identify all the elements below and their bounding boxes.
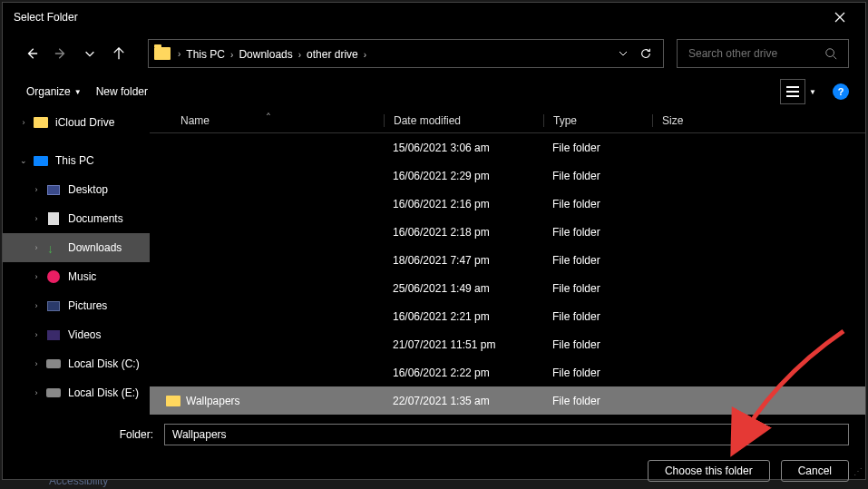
- close-icon: [834, 12, 845, 23]
- file-list[interactable]: Name^ Date modified Type Size 15/06/2021…: [150, 108, 865, 413]
- file-row[interactable]: 16/06/2021 2:16 pmFile folder: [150, 190, 865, 218]
- tree-item[interactable]: ›Videos: [3, 320, 150, 349]
- search-input[interactable]: [688, 47, 824, 60]
- sidebar[interactable]: ›iCloud Drive⌄This PC›Desktop›Documents›…: [3, 108, 150, 413]
- tree-item-label: Pictures: [68, 299, 107, 312]
- breadcrumb-sep: ›: [297, 50, 303, 60]
- chevron-down-icon[interactable]: [618, 48, 629, 59]
- column-name[interactable]: Name^: [150, 114, 384, 127]
- list-view-icon: [785, 85, 800, 98]
- doc-icon: [44, 211, 63, 226]
- select-folder-dialog: Select Folder › This PC›Downloads›other …: [2, 2, 866, 480]
- column-type[interactable]: Type: [543, 114, 652, 127]
- forward-button[interactable]: [48, 41, 73, 66]
- chevron-right-icon[interactable]: ›: [15, 118, 32, 127]
- cell-type: File folder: [543, 282, 652, 295]
- chevron-right-icon[interactable]: ›: [28, 330, 44, 339]
- cell-date: 16/06/2021 2:21 pm: [384, 310, 543, 323]
- column-size[interactable]: Size: [652, 114, 734, 127]
- cell-type: File folder: [543, 170, 652, 182]
- chevron-right-icon[interactable]: ›: [28, 272, 44, 281]
- tree-item-label: Videos: [68, 328, 101, 341]
- cell-date: 16/06/2021 2:16 pm: [384, 198, 543, 210]
- tree-item[interactable]: ›Local Disk (E:): [3, 378, 150, 407]
- tree-item-label: Music: [68, 270, 96, 283]
- file-row[interactable]: 18/06/2021 7:47 pmFile folder: [150, 246, 865, 274]
- search-icon: [824, 47, 837, 60]
- tree-item[interactable]: ⌄This PC: [3, 146, 150, 175]
- chevron-right-icon[interactable]: ›: [28, 301, 44, 310]
- tree-item[interactable]: ›Pictures: [3, 291, 150, 320]
- view-button[interactable]: [780, 79, 805, 104]
- arrow-right-icon: [54, 47, 67, 60]
- dl-icon: [44, 240, 63, 255]
- chevron-right-icon[interactable]: ›: [28, 185, 44, 194]
- refresh-icon[interactable]: [639, 47, 652, 60]
- folder-input[interactable]: [164, 424, 849, 445]
- breadcrumb-sep: ›: [176, 49, 182, 59]
- resize-grip[interactable]: ⋰: [853, 466, 863, 476]
- tree-item[interactable]: ›Local Disk (C:): [3, 349, 150, 378]
- close-button[interactable]: [825, 3, 854, 32]
- tree-item[interactable]: ›Downloads: [3, 233, 150, 262]
- arrow-up-icon: [112, 47, 125, 60]
- help-button[interactable]: ?: [833, 83, 849, 100]
- breadcrumb-item[interactable]: This PC: [182, 48, 229, 61]
- footer: Folder: Choose this folder Cancel: [3, 413, 865, 489]
- chevron-down-icon[interactable]: ⌄: [15, 156, 32, 165]
- back-button[interactable]: [19, 41, 44, 66]
- view-chevron[interactable]: ▼: [809, 88, 816, 96]
- tree-item[interactable]: ›Desktop: [3, 175, 150, 204]
- breadcrumb-sep: ›: [362, 50, 368, 60]
- recent-button[interactable]: [77, 41, 102, 66]
- chevron-down-icon: [83, 47, 96, 60]
- cell-date: 15/06/2021 3:06 am: [384, 142, 543, 154]
- cell-type: File folder: [543, 198, 652, 210]
- vid-icon: [44, 328, 63, 342]
- file-row[interactable]: Wallpapers22/07/2021 1:35 amFile folder: [150, 386, 865, 415]
- disk-icon: [44, 386, 63, 400]
- titlebar: Select Folder: [3, 3, 865, 32]
- chevron-right-icon[interactable]: ›: [28, 388, 44, 397]
- cell-type: File folder: [543, 395, 652, 407]
- file-row[interactable]: 16/06/2021 2:21 pmFile folder: [150, 302, 865, 330]
- cell-date: 16/06/2021 2:22 pm: [384, 367, 543, 379]
- file-row[interactable]: 15/06/2021 3:06 amFile folder: [150, 133, 865, 161]
- cancel-button[interactable]: Cancel: [781, 460, 849, 482]
- content-area: ›iCloud Drive⌄This PC›Desktop›Documents›…: [3, 108, 865, 413]
- up-button[interactable]: [106, 41, 132, 66]
- tree-item[interactable]: ›iCloud Drive: [3, 108, 150, 137]
- search-box[interactable]: [677, 39, 849, 68]
- pic-icon: [44, 298, 63, 313]
- file-row[interactable]: 25/06/2021 1:49 amFile folder: [150, 274, 865, 302]
- tree-item-label: Downloads: [68, 241, 122, 254]
- chevron-right-icon[interactable]: ›: [28, 359, 44, 368]
- tree-item[interactable]: ›Documents: [3, 204, 150, 233]
- file-row[interactable]: 16/06/2021 2:29 pmFile folder: [150, 161, 865, 190]
- cell-type: File folder: [543, 226, 652, 239]
- folder-icon: [166, 396, 180, 406]
- chevron-right-icon[interactable]: ›: [28, 214, 44, 223]
- new-folder-button[interactable]: New folder: [89, 82, 155, 102]
- cell-type: File folder: [543, 367, 652, 379]
- address-bar[interactable]: › This PC›Downloads›other drive›: [148, 39, 664, 68]
- file-row[interactable]: 21/07/2021 11:51 pmFile folder: [150, 330, 865, 358]
- cell-name: Wallpapers: [150, 395, 384, 407]
- toolbar: Organize▼ New folder ▼ ?: [3, 75, 865, 108]
- column-headers[interactable]: Name^ Date modified Type Size: [150, 108, 865, 133]
- window-title: Select Folder: [14, 11, 78, 24]
- chevron-right-icon[interactable]: ›: [28, 243, 44, 252]
- breadcrumb-item[interactable]: other drive: [303, 48, 362, 61]
- tree-item-label: Documents: [68, 212, 123, 225]
- cell-date: 22/07/2021 1:35 am: [384, 395, 543, 407]
- file-row[interactable]: 16/06/2021 2:22 pmFile folder: [150, 358, 865, 386]
- cell-date: 18/06/2021 7:47 pm: [384, 254, 543, 267]
- choose-folder-button[interactable]: Choose this folder: [648, 460, 770, 482]
- organize-button[interactable]: Organize▼: [19, 82, 89, 102]
- file-row[interactable]: 16/06/2021 2:18 pmFile folder: [150, 218, 865, 246]
- tree-item[interactable]: ›Music: [3, 262, 150, 291]
- tree-item-label: iCloud Drive: [55, 116, 114, 129]
- column-date[interactable]: Date modified: [384, 114, 543, 127]
- cell-type: File folder: [543, 254, 652, 267]
- breadcrumb-item[interactable]: Downloads: [235, 48, 296, 61]
